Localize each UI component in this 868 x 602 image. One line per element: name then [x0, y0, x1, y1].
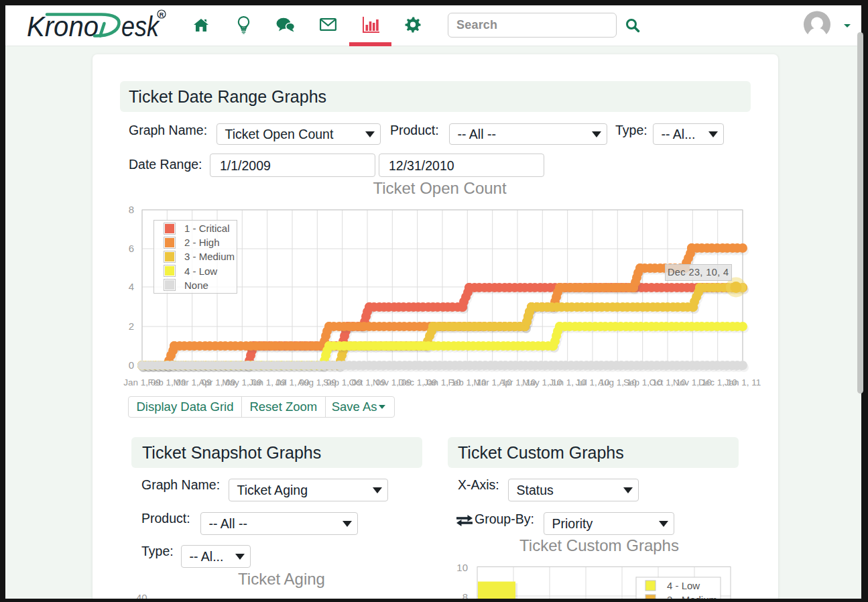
svg-text:esk: esk: [121, 11, 160, 42]
svg-text:3 - Medium: 3 - Medium: [667, 594, 717, 599]
svg-text:4 - Low: 4 - Low: [667, 580, 700, 591]
svg-text:R: R: [160, 11, 164, 18]
